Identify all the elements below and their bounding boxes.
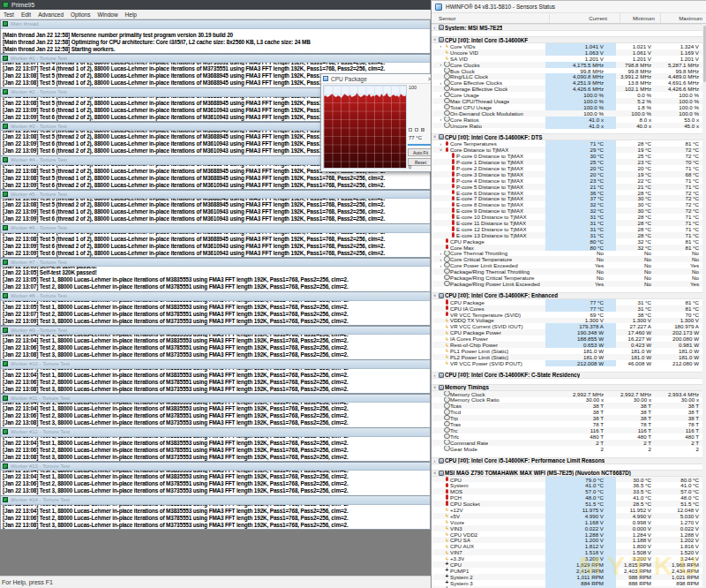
expand-icon[interactable]: › — [432, 458, 438, 464]
log-area[interactable]: [Jan 22 13:05] Self-test 320K passed![Ja… — [1, 267, 430, 291]
sensor-row[interactable]: P-core 1 Distance to TjMAX25 °C23 °C70 °… — [432, 159, 702, 165]
log-area[interactable]: [Jan 22 13:08] Test 5 (thread 2 of 2), 8… — [1, 199, 430, 223]
sensor-row[interactable]: CPU Socket51.5 °C28.5 °C51.5 °C — [432, 501, 702, 507]
sensor-row[interactable]: ϟVIN71.518 V1.508 V1.520 V — [432, 549, 702, 555]
expand-icon[interactable]: › — [438, 141, 444, 147]
sensor-row[interactable]: P-core 3 Distance to TjMAX20 °C19 °C68 °… — [432, 171, 702, 177]
sensor-group-header[interactable]: ›CPU [#0]: Intel Core i5-14600KF: C-Stat… — [432, 372, 702, 379]
prime95-titlebar[interactable]: Prime95 — [0, 0, 432, 10]
sensor-row[interactable]: Memory Clock Ratio30.00 x30.00 x30.00 x — [432, 397, 702, 403]
collapse-icon[interactable]: ˅ — [432, 385, 438, 390]
hwinfo-titlebar[interactable]: HWiNFO® 64 v8.31-5810 - Sensors Status — [432, 1, 706, 13]
reset-button[interactable]: Reset — [408, 158, 433, 166]
collapse-icon[interactable]: ˅ — [438, 147, 444, 153]
sensor-row[interactable]: ϟVR VCC Current (SVID IOUT)179.378 A27.2… — [432, 323, 702, 329]
p95-child-titlebar[interactable]: Worker #1 - Torture Test — [1, 55, 430, 64]
sensor-row[interactable]: ϟ+3.3V3.200 V3.200 V3.244 V — [432, 555, 702, 562]
sensor-row[interactable]: ϟ+12V11.975 V11.952 V12.048 V — [432, 507, 702, 513]
p95-child-titlebar[interactable]: Worker #11 - Torture Test — [1, 395, 430, 403]
collapse-icon[interactable]: ˅ — [432, 37, 438, 42]
sensor-row[interactable]: Package/Ring Critical TemperatureNoNoNo — [432, 275, 702, 281]
sensor-row[interactable]: P-core 0 Distance to TjMAX30 °C25 °C72 °… — [432, 153, 702, 159]
p95-child-titlebar[interactable]: Worker #9 - Torture Test — [1, 327, 430, 335]
sensor-group-header[interactable]: ˅MSI MAG Z790 TOMAHAWK MAX WIFI (MS-7E25… — [432, 470, 702, 477]
scrollbar[interactable] — [702, 24, 706, 588]
menu-item-test[interactable]: Test — [0, 11, 18, 18]
sensor-row[interactable]: CPU Package80 °C32 °C81 °C — [432, 238, 702, 245]
scrollbar-thumb[interactable] — [703, 26, 706, 82]
sensor-row[interactable]: Memory Clock2,992.7 MHz2,992.7 MHz2,993.… — [432, 391, 702, 397]
sensor-row[interactable]: ϟPL1 Power Limit (Static)181.0 W181.0 W1… — [432, 348, 702, 354]
sensor-group-header[interactable]: ›System: MSI MS-7E25 — [432, 24, 702, 31]
sensor-row[interactable]: E-core 6 Distance to TjMAX36 °C28 °C72 °… — [432, 190, 702, 196]
sensor-row[interactable]: On-Demand Clock Modulation100.0 %100.0 %… — [432, 110, 702, 117]
sensor-row[interactable]: ϟVR VCC Power (SVID POUT)212.008 W46.008… — [432, 360, 702, 366]
menu-item-edit[interactable]: Edit — [18, 11, 34, 18]
log-area[interactable]: [Jan 22 13:04] Test 1, 88000 Lucas-Lehme… — [1, 335, 430, 359]
auto-fit-button[interactable]: Auto Fit — [408, 148, 433, 156]
scale-slider[interactable] — [408, 144, 433, 146]
sensor-row[interactable]: Package/Ring Thermal ThrottlingNoNoNo — [432, 268, 702, 275]
expand-icon[interactable]: › — [438, 257, 444, 262]
sensor-row[interactable]: ›Core Effective Clocks4,251.9 MHz13.8 MH… — [432, 79, 702, 86]
sensor-row[interactable]: E-core 11 Distance to TjMAX31 °C28 °C71 … — [432, 220, 702, 226]
sensor-row[interactable]: ›Core Ratios41.0 x8.0 x53.0 x — [432, 117, 702, 123]
sensor-row[interactable]: ϟCPU SA1.200 V1.188 V1.202 V — [432, 537, 702, 543]
sensor-row[interactable]: ϟVIN30.022 V0.000 V0.022 V — [432, 525, 702, 531]
sensor-row[interactable]: +System 3884 RPM888 RPM898 RPM — [432, 580, 702, 586]
menu-item-help[interactable]: Help — [122, 11, 140, 18]
sensor-row[interactable]: Bus Clock99.8 MHz99.8 MHz99.8 MHz — [432, 68, 702, 74]
sensor-row[interactable]: ›ϟCore VIDs1.041 V1.021 V1.324 V — [432, 43, 702, 49]
sensor-row[interactable]: Tcas38 T38 T38 T — [432, 403, 702, 409]
expand-icon[interactable]: › — [432, 373, 438, 378]
sensor-row[interactable]: E-core 8 Distance to TjMAX32 °C30 °C72 °… — [432, 201, 702, 207]
sensor-row[interactable]: ›Core Temperatures71 °C28 °C81 °C — [432, 140, 702, 147]
sensor-row[interactable]: System41.0 °C36.5 °C41.0 °C — [432, 482, 702, 488]
log-area[interactable]: [Jan 22 13:04] Test 1, 88000 Lucas-Lehme… — [1, 369, 430, 394]
log-area[interactable]: [Jan 22 13:04] Test 1, 88000 Lucas-Lehme… — [1, 505, 430, 530]
sensor-row[interactable]: Tras78 T78 T78 T — [432, 421, 702, 427]
log-area[interactable]: [Main thread Jan 22 12:58] Mersenne numb… — [1, 29, 430, 54]
sensor-row[interactable]: Package/Ring Power Limit ExceededYesNoYe… — [432, 281, 702, 287]
collapse-icon[interactable]: ˅ — [432, 134, 438, 139]
checkbox-3[interactable] — [421, 128, 424, 132]
sensor-group-header[interactable]: ˅CPU [#0]: Intel Core i5-14600KF: Enhanc… — [432, 292, 702, 299]
sensor-row[interactable]: Trcd38 T38 T38 T — [432, 409, 702, 415]
sensor-row[interactable]: ϟ+5V4.990 V4.990 V5.030 V — [432, 513, 702, 519]
sensor-row[interactable]: ϟCPU Package Power190.348 W17.460 W202.1… — [432, 329, 702, 335]
sensor-group-header[interactable]: ˅Memory Timings — [432, 384, 702, 391]
sensor-row[interactable]: ˅Core Distance to TjMAX29 °C19 °C72 °C — [432, 147, 702, 153]
p95-child-titlebar[interactable]: Worker #14 - Torture Test — [1, 496, 430, 505]
sensor-row[interactable]: ϟVcore1.168 V0.998 V1.270 V — [432, 519, 702, 525]
sensor-row[interactable]: P-core 2 Distance to TjMAX20 °C20 °C71 °… — [432, 165, 702, 171]
sensor-row[interactable]: ›Core Clocks4,175.5 MHz798.8 MHz5,287.1 … — [432, 62, 702, 68]
p95-child-titlebar[interactable]: Worker #12 - Torture Test — [1, 428, 430, 437]
sensor-group-header[interactable]: ˅CPU [#0]: Intel Core i5-14600KF — [432, 36, 702, 43]
expand-icon[interactable]: › — [438, 80, 444, 86]
sensor-row[interactable]: ϟUncore VID1.063 V1.061 V1.169 V — [432, 49, 702, 56]
expand-icon[interactable]: › — [438, 93, 444, 98]
sensor-row[interactable]: Total CPU Usage100.0 %1.8 %100.0 % — [432, 104, 702, 110]
sensor-row[interactable]: Core Max80 °C32 °C81 °C — [432, 245, 702, 251]
column-header-max[interactable]: Maximum — [660, 13, 706, 23]
collapse-icon[interactable]: ˅ — [432, 293, 438, 298]
sensor-row[interactable]: Trp38 T38 T38 T — [432, 415, 702, 421]
sensor-row[interactable]: Average Effective Clock4,426.6 MHz102.1 … — [432, 86, 702, 92]
sensor-row[interactable]: ϟRest-of-Chip Power0.653 W0.423 W0.981 W — [432, 342, 702, 348]
sensor-row[interactable]: P-core 4 Distance to TjMAX23 °C22 °C71 °… — [432, 177, 702, 184]
sensor-row[interactable]: E-core 7 Distance to TjMAX37 °C30 °C72 °… — [432, 195, 702, 201]
expand-icon[interactable]: › — [438, 251, 444, 256]
sensor-row[interactable]: +System 21,011 RPM988 RPM1,021 RPM — [432, 574, 702, 580]
sensor-row[interactable]: ϟCPU AUX1.812 V1.800 V1.816 V — [432, 543, 702, 549]
sensor-row[interactable]: Uncore Ratio41.0 x40.0 x45.0 x — [432, 123, 702, 129]
collapse-icon[interactable]: ˅ — [432, 471, 438, 476]
column-header-cur[interactable]: Current — [549, 13, 620, 23]
log-area[interactable]: [Jan 22 13:04] Test 1, 88000 Lucas-Lehme… — [1, 437, 430, 462]
sensor-row[interactable]: ϟSA VID1.201 V1.201 V1.201 V — [432, 56, 702, 62]
checkbox-2[interactable] — [415, 128, 418, 132]
sensor-row[interactable]: ϟCPU VDD21.288 V1.284 V1.288 V — [432, 531, 702, 538]
expand-icon[interactable]: › — [438, 62, 444, 67]
checkbox-1[interactable] — [409, 128, 412, 132]
sensor-row[interactable]: ›Core Usage100.0 %0.0 %100.0 % — [432, 92, 702, 98]
expand-icon[interactable]: › — [438, 43, 444, 49]
